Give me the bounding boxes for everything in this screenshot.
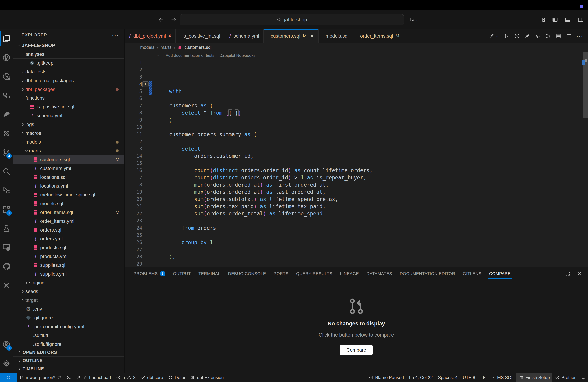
tree-item--gitignore[interactable]: .gitignore [13,313,124,322]
add-button[interactable]: + [142,81,148,87]
tree-item-customers-yml[interactable]: !customers.yml [13,164,124,173]
line-number[interactable]: 13 [125,145,142,153]
tree-item-supplies-sql[interactable]: supplies.sql [13,261,124,269]
tree-item--env[interactable]: ⚙.env [13,305,124,313]
line-number[interactable]: 12 [125,138,142,145]
tree-item-staging[interactable]: staging [13,278,124,287]
activity-remote-explorer[interactable] [0,238,13,257]
tree-item--pre-commit-config-yaml[interactable]: !.pre-commit-config.yaml [13,322,124,331]
code-line-18[interactable]: 18 sum(orders.order_total) as lifetime_s… [125,181,588,188]
panel-tab-debug-console[interactable]: DEBUG CONSOLE [224,267,270,280]
tree-item-order-items-sql[interactable]: order_items.sqlM [13,208,124,217]
code-line-11[interactable]: 11 [125,131,588,138]
line-number[interactable]: 5 [125,88,142,95]
panel-tab-documentation-editor[interactable]: DOCUMENTATION EDITOR [396,267,459,280]
status-prettier[interactable]: Prettier [552,373,578,382]
activity-extensions[interactable]: 1 [0,200,13,219]
code-line-16[interactable]: 16 sum(orders.subtotal) as lifetime_spen… [125,167,588,174]
status-ln-4-col-22[interactable]: Ln 4, Col 22 [406,373,435,382]
line-number[interactable]: 15 [125,160,142,167]
codelens-link[interactable]: Add documentation or tests [166,53,214,57]
tree-item-analyses[interactable]: analyses [13,50,124,58]
tab-is-positive-int-sql[interactable]: is_positive_int.sql [176,29,225,43]
code-line-14[interactable]: 14 min(orders.ordered_at) as first_order… [125,153,588,160]
code-line-22[interactable]: 22 group by 1 [125,210,588,217]
tree-item-products-sql[interactable]: products.sql [13,243,124,252]
code-line-10[interactable]: 10 orders.customer_id, [125,124,588,131]
breadcrumb-file[interactable]: customers.sql [184,45,211,50]
status-defer[interactable]: Defer [166,373,188,382]
code-line-26[interactable]: 26 joined as ( [125,239,588,246]
status-git-graph[interactable] [64,373,74,382]
codelens[interactable]: ···|Add documentation or tests|Datapilot… [125,52,588,59]
code-line-8[interactable]: 8 [125,109,588,116]
tree-item-logs[interactable]: logs [13,120,124,129]
tree-item-seeds[interactable]: seeds [13,287,124,296]
line-number[interactable]: 19 [125,188,142,196]
ellipsis-icon[interactable]: ··· [577,33,583,39]
code-editor[interactable]: ···|Add documentation or tests|Datapilot… [125,52,588,267]
tree-item-supplies-yml[interactable]: !supplies.yml [13,269,124,278]
breadcrumb-item[interactable]: models [140,45,154,50]
tree-item--sqlfluff[interactable]: .sqlfluff [13,331,124,340]
panel-bottom-icon[interactable] [565,17,571,23]
line-number[interactable]: 9 [125,116,142,124]
panel-tab-lineage[interactable]: LINEAGE [336,267,363,280]
tab-models-sql[interactable]: models.sql [319,29,353,43]
panel-right-icon[interactable] [578,17,584,23]
line-number[interactable]: 7 [125,102,142,109]
maximize-icon[interactable] [565,271,570,276]
play-icon[interactable] [504,33,509,39]
line-number[interactable]: 23 [125,217,142,224]
tree-item-products-yml[interactable]: !products.yml [13,252,124,261]
code-line-4[interactable]: 4 + select * from {{ }} [125,80,588,88]
activity-boxes[interactable] [0,86,13,105]
tree-item-order-items-yml[interactable]: !order_items.yml [13,217,124,226]
status-ms-sql[interactable]: MS SQL [488,373,516,382]
tree-item-dbt-internal-packages[interactable]: dbt_internal_packages [13,76,124,85]
tree-item-is-positive-int-sql[interactable]: is_positive_int.sql [13,102,124,111]
layout-cast-button[interactable]: ⌄ [409,17,419,23]
activity-circle-branch[interactable] [0,48,13,67]
tree-item-data-tests[interactable]: data-tests [13,67,124,76]
code-line-20[interactable]: 20 from orders [125,196,588,203]
status-utf-8[interactable]: UTF-8 [460,373,478,382]
code-line-12[interactable]: 12 count(distinct orders.order_id) as co… [125,138,588,145]
command-center-search[interactable]: jaffle-shop [180,14,404,25]
line-number[interactable]: 24 [125,224,142,231]
compare-button[interactable]: Compare [340,345,373,355]
status-lf[interactable]: LF [478,373,488,382]
code-line-17[interactable]: 17 sum(orders.tax_paid) as lifetime_tax_… [125,174,588,181]
activity-account[interactable]: 1 [0,335,13,354]
line-number[interactable]: 20 [125,196,142,203]
line-number[interactable]: 16 [125,167,142,174]
panel-tab-output[interactable]: OUTPUT [169,267,195,280]
activity-github[interactable] [0,257,13,276]
line-number[interactable]: 11 [125,131,142,138]
section-timeline[interactable]: TIMELINE [13,365,124,373]
tree-item-locations-yml[interactable]: !locations.yml [13,182,124,191]
code-line-2[interactable]: 2 [125,66,588,73]
activity-dbt-x-filled[interactable] [0,276,13,295]
panel-left-icon[interactable] [552,17,558,23]
status-remote-status[interactable] [0,373,17,382]
code-line-25[interactable]: 25 [125,231,588,239]
tab-customers-sql[interactable]: customers.sql M ✕ [264,29,318,43]
split-icon[interactable] [566,33,572,39]
codelens-link[interactable]: Datapilot Notebooks [219,53,255,57]
code-line-7[interactable]: 7 customer_orders_summary as ( [125,102,588,109]
tree-item-locations-sql[interactable]: locations.sql [13,173,124,182]
pr-icon[interactable] [546,33,551,39]
status-mwong-fusion-[interactable]: mwong-fusion* [17,373,64,382]
code-line-24[interactable]: 24 ), [125,224,588,231]
close-icon[interactable]: ✕ [310,33,314,39]
forward-icon[interactable] [170,16,177,23]
line-number[interactable]: 26 [125,239,142,246]
tree-item-orders-yml[interactable]: !orders.yml [13,234,124,243]
tree-item-functions[interactable]: functions [13,94,124,102]
activity-explorer[interactable] [0,29,13,48]
panel-tab-ports[interactable]: PORTS [270,267,292,280]
status-dbt-extension[interactable]: dbt Extension [188,373,226,382]
hammer-icon[interactable] [489,33,494,39]
line-number[interactable]: 21 [125,203,142,210]
